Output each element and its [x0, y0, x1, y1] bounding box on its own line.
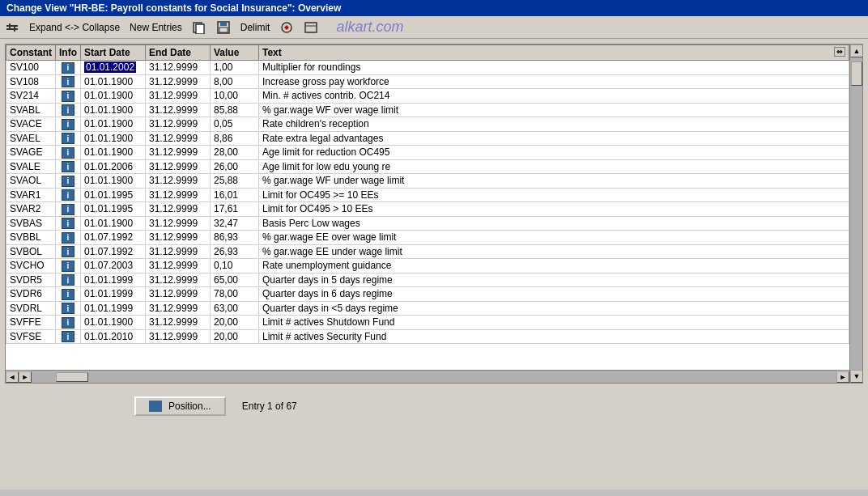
- table-row[interactable]: SVDRLi01.01.199931.12.999963,00Quarter d…: [6, 301, 849, 316]
- toolbar-copy-icon[interactable]: [192, 21, 206, 34]
- cell-start-date: 01.01.1999: [81, 301, 146, 316]
- cell-info[interactable]: i: [56, 287, 81, 302]
- cell-info[interactable]: i: [56, 244, 81, 259]
- table-row[interactable]: SVDR5i01.01.199931.12.999965,00Quarter d…: [6, 273, 849, 287]
- cell-info[interactable]: i: [56, 61, 81, 75]
- cell-info[interactable]: i: [56, 188, 81, 202]
- info-icon[interactable]: i: [62, 91, 74, 102]
- toolbar-extra-icon[interactable]: [304, 21, 318, 34]
- cell-text: Quarter days in 6 days regime: [259, 287, 849, 302]
- info-icon[interactable]: i: [62, 104, 74, 116]
- cell-info[interactable]: i: [56, 231, 81, 245]
- cell-value: 86,93: [211, 231, 259, 245]
- cell-info[interactable]: i: [56, 74, 81, 89]
- table-row[interactable]: SVACEi01.01.190031.12.99990,05Rate child…: [6, 117, 849, 132]
- info-icon[interactable]: i: [62, 303, 74, 314]
- hscroll-thumb[interactable]: [56, 372, 88, 382]
- col-resize-icon[interactable]: ⇔: [834, 47, 845, 57]
- table-row[interactable]: SV214i01.01.190031.12.999910,00Min. # ac…: [6, 89, 849, 104]
- info-icon[interactable]: i: [62, 62, 74, 74]
- table-row[interactable]: SVBBLi01.07.199231.12.999986,93% gar.wag…: [6, 231, 849, 245]
- toolbar-flag-icon[interactable]: [279, 21, 294, 34]
- table-row[interactable]: SVAGEi01.01.190031.12.999928,00Age limit…: [6, 146, 849, 160]
- table-container: Constant Info Start Date End Date Value …: [5, 44, 863, 384]
- table-row[interactable]: SVBOLi01.07.199231.12.999926,93% gar.wag…: [6, 244, 849, 259]
- table-row[interactable]: SVAR2i01.01.199531.12.999917,61Limit for…: [6, 202, 849, 217]
- bottom-toolbar: Position... Entry 1 of 67: [5, 393, 863, 419]
- cell-start-date: 01.01.2002: [81, 61, 146, 75]
- cell-info[interactable]: i: [56, 131, 81, 146]
- cell-info[interactable]: i: [56, 146, 81, 160]
- info-icon[interactable]: i: [62, 218, 74, 229]
- scroll-thumb[interactable]: [851, 61, 862, 86]
- entry-count-text: Entry 1 of 67: [242, 401, 297, 412]
- cell-end-date: 31.12.9999: [146, 117, 211, 132]
- table-row[interactable]: SVALEi01.01.200631.12.999926,00Age limit…: [6, 159, 849, 174]
- table-row[interactable]: SVABLi01.01.190031.12.999985,88% gar.wag…: [6, 103, 849, 117]
- cell-end-date: 31.12.9999: [146, 287, 211, 302]
- info-icon[interactable]: i: [62, 331, 74, 342]
- vertical-scrollbar[interactable]: ▲ ▼: [849, 45, 862, 383]
- cell-constant: SVCHO: [6, 259, 56, 273]
- delimit-btn[interactable]: Delimit: [240, 22, 270, 33]
- toolbar-save-icon[interactable]: [216, 21, 231, 34]
- info-icon[interactable]: i: [62, 119, 74, 130]
- cell-info[interactable]: i: [56, 216, 81, 231]
- cell-text: Quarter days in <5 days regime: [259, 301, 849, 316]
- cell-info[interactable]: i: [56, 202, 81, 217]
- info-icon[interactable]: i: [62, 147, 74, 159]
- cell-info[interactable]: i: [56, 273, 81, 287]
- table-row[interactable]: SVDR6i01.01.199931.12.999978,00Quarter d…: [6, 287, 849, 302]
- cell-text: Quarter days in 5 days regime: [259, 273, 849, 287]
- scroll-up-btn[interactable]: ▲: [850, 45, 863, 57]
- table-row[interactable]: SVAOLi01.01.190031.12.999925,88% gar.wag…: [6, 174, 849, 189]
- cell-info[interactable]: i: [56, 174, 81, 189]
- horizontal-scrollbar[interactable]: ◄ ► ►: [6, 370, 849, 383]
- table-row[interactable]: SVFFEi01.01.190031.12.999920,00Limit # a…: [6, 316, 849, 330]
- info-icon[interactable]: i: [62, 317, 74, 329]
- cell-text: Rate children's reception: [259, 117, 849, 132]
- info-icon[interactable]: i: [62, 261, 74, 272]
- table-row[interactable]: SVAELi01.01.190031.12.99998,86Rate extra…: [6, 131, 849, 146]
- cell-end-date: 31.12.9999: [146, 329, 211, 344]
- info-icon[interactable]: i: [62, 232, 74, 244]
- cell-info[interactable]: i: [56, 329, 81, 344]
- scroll-down-btn[interactable]: ▼: [850, 370, 863, 383]
- info-icon[interactable]: i: [62, 189, 74, 201]
- expand-collapse-btn[interactable]: Expand <-> Collapse: [29, 22, 120, 33]
- info-icon[interactable]: i: [62, 246, 74, 257]
- cell-constant: SVDR6: [6, 287, 56, 302]
- position-button[interactable]: Position...: [134, 396, 226, 416]
- cell-start-date: 01.01.1999: [81, 273, 146, 287]
- info-icon[interactable]: i: [62, 176, 74, 187]
- hscroll-right-btn2[interactable]: ►: [836, 371, 849, 383]
- new-entries-btn[interactable]: New Entries: [130, 22, 182, 33]
- cell-info[interactable]: i: [56, 301, 81, 316]
- cell-info[interactable]: i: [56, 103, 81, 117]
- delimit-label: Delimit: [240, 22, 270, 33]
- info-icon[interactable]: i: [62, 133, 74, 144]
- cell-start-date: 01.01.1900: [81, 216, 146, 231]
- info-icon[interactable]: i: [62, 289, 74, 300]
- table-row[interactable]: SV100i01.01.200231.12.99991,00Multiplier…: [6, 61, 849, 75]
- info-icon[interactable]: i: [62, 274, 74, 286]
- cell-info[interactable]: i: [56, 259, 81, 273]
- cell-info[interactable]: i: [56, 117, 81, 132]
- table-row[interactable]: SVFSEi01.01.201031.12.999920,00Limit # a…: [6, 329, 849, 344]
- hscroll-right-btn[interactable]: ►: [19, 371, 32, 383]
- hscroll-left-btn[interactable]: ◄: [6, 371, 19, 383]
- cell-info[interactable]: i: [56, 159, 81, 174]
- cell-constant: SVFFE: [6, 316, 56, 330]
- cell-info[interactable]: i: [56, 89, 81, 104]
- table-row[interactable]: SV108i01.01.190031.12.99998,00Increase g…: [6, 74, 849, 89]
- info-icon[interactable]: i: [62, 76, 74, 87]
- table-row[interactable]: SVCHOi01.07.200331.12.99990,10Rate unemp…: [6, 259, 849, 273]
- cell-constant: SVABL: [6, 103, 56, 117]
- cell-info[interactable]: i: [56, 316, 81, 330]
- cell-end-date: 31.12.9999: [146, 159, 211, 174]
- cell-value: 25,88: [211, 174, 259, 189]
- table-row[interactable]: SVBASi01.01.190031.12.999932,47Basis Per…: [6, 216, 849, 231]
- info-icon[interactable]: i: [62, 161, 74, 172]
- table-row[interactable]: SVAR1i01.01.199531.12.999916,01Limit for…: [6, 188, 849, 202]
- info-icon[interactable]: i: [62, 204, 74, 215]
